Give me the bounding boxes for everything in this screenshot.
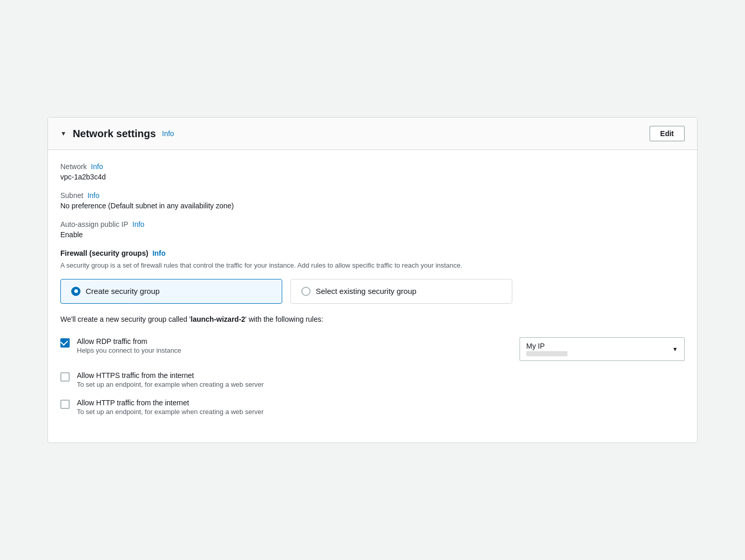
dropdown-content: My IP	[526, 342, 568, 356]
network-value: vpc-1a2b3c4d	[60, 173, 685, 181]
radio-option-create[interactable]: Create security group	[60, 279, 282, 304]
header-left: ▼ Network settings Info	[60, 128, 174, 140]
network-label: Network Info	[60, 162, 685, 171]
network-label-text: Network	[60, 162, 87, 171]
subnet-label-text: Subnet	[60, 191, 83, 200]
subnet-value: No preference (Default subnet in any ava…	[60, 202, 685, 210]
checkbox-http[interactable]	[60, 400, 70, 409]
collapse-icon[interactable]: ▼	[60, 130, 67, 137]
subnet-info-link[interactable]: Info	[87, 191, 99, 200]
rule-https: Allow HTTPS traffic from the internet To…	[60, 371, 685, 388]
firewall-info-link[interactable]: Info	[152, 249, 166, 257]
auto-assign-label: Auto-assign public IP Info	[60, 220, 685, 228]
creation-note-prefix: We'll create a new security group called…	[60, 315, 191, 323]
page-title: Network settings	[73, 128, 156, 140]
checkbox-rdp[interactable]	[60, 338, 70, 348]
auto-assign-field-group: Auto-assign public IP Info Enable	[60, 220, 685, 239]
http-rule-label: Allow HTTP traffic from the internet	[77, 399, 685, 407]
card-header: ▼ Network settings Info Edit	[48, 118, 697, 150]
network-settings-card: ▼ Network settings Info Edit Network Inf…	[47, 117, 698, 443]
creation-note: We'll create a new security group called…	[60, 314, 685, 325]
card-body: Network Info vpc-1a2b3c4d Subnet Info No…	[48, 150, 697, 442]
rule-http: Allow HTTP traffic from the internet To …	[60, 399, 685, 416]
auto-assign-value: Enable	[60, 230, 685, 239]
firewall-description: A security group is a set of firewall ru…	[60, 260, 685, 271]
subnet-field-group: Subnet Info No preference (Default subne…	[60, 191, 685, 210]
network-field-group: Network Info vpc-1a2b3c4d	[60, 162, 685, 181]
radio-create-label: Create security group	[86, 287, 159, 295]
network-info-link[interactable]: Info	[91, 162, 103, 171]
radio-create-indicator	[71, 287, 80, 296]
rdp-rule-text: Allow RDP traffic from Helps you connect…	[77, 337, 502, 354]
rdp-left: Allow RDP traffic from Helps you connect…	[60, 337, 502, 354]
https-rule-sublabel: To set up an endpoint, for example when …	[77, 381, 685, 388]
rdp-source-dropdown[interactable]: My IP ▼	[520, 337, 685, 361]
firewall-field-group: Firewall (security groups) Info A securi…	[60, 249, 685, 416]
https-rule-text: Allow HTTPS traffic from the internet To…	[77, 371, 685, 388]
edit-button[interactable]: Edit	[650, 126, 685, 141]
dropdown-arrow-icon: ▼	[672, 346, 678, 352]
radio-select-indicator	[301, 287, 311, 296]
rdp-rule-sublabel: Helps you connect to your instance	[77, 347, 502, 354]
rdp-dropdown-wrap: My IP ▼	[520, 337, 685, 361]
dropdown-value: My IP	[526, 342, 568, 350]
rule-rdp: Allow RDP traffic from Helps you connect…	[60, 337, 685, 361]
https-rule-label: Allow HTTPS traffic from the internet	[77, 371, 685, 380]
dropdown-sub-value	[526, 351, 568, 356]
creation-note-suffix: ' with the following rules:	[245, 315, 323, 323]
subnet-label: Subnet Info	[60, 191, 685, 200]
checkbox-https[interactable]	[60, 372, 70, 382]
firewall-label-text: Firewall (security groups)	[60, 249, 148, 257]
header-info-link[interactable]: Info	[162, 129, 174, 138]
auto-assign-info-link[interactable]: Info	[133, 220, 144, 228]
creation-note-name: launch-wizard-2	[191, 315, 246, 323]
http-rule-sublabel: To set up an endpoint, for example when …	[77, 408, 685, 416]
radio-select-label: Select existing security group	[316, 287, 416, 295]
http-rule-text: Allow HTTP traffic from the internet To …	[77, 399, 685, 416]
rdp-rule-label: Allow RDP traffic from	[77, 337, 502, 345]
auto-assign-label-text: Auto-assign public IP	[60, 220, 128, 228]
security-group-radio-group: Create security group Select existing se…	[60, 279, 685, 304]
firewall-label: Firewall (security groups) Info	[60, 249, 685, 257]
radio-option-select-existing[interactable]: Select existing security group	[290, 279, 512, 304]
